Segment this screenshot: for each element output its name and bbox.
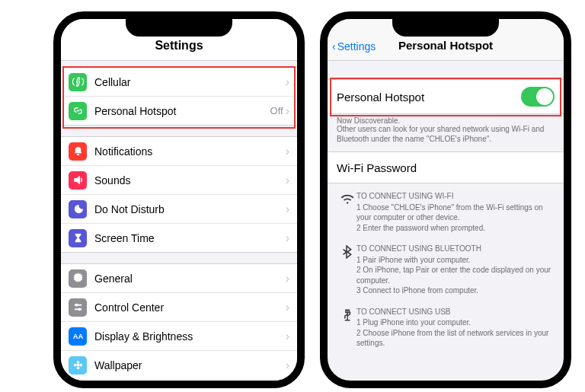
sliders-icon [69, 298, 87, 317]
connect-wifi-section: TO CONNECT USING WI-FI1 Choose "CHLOE's … [328, 183, 564, 236]
notch [126, 17, 232, 37]
instruction-step: 2 On iPhone, tap Pair or enter the code … [356, 265, 555, 285]
gear-icon [69, 269, 87, 288]
now-discoverable-label: Now Discoverable. [328, 114, 564, 125]
aa-icon: AA [69, 327, 87, 346]
settings-row-personal-hotspot[interactable]: Personal HotspotOff› [61, 97, 297, 125]
instruction-heading: TO CONNECT USING USB [356, 307, 555, 317]
chevron-right-icon: › [286, 272, 289, 285]
back-label: Settings [337, 40, 376, 53]
settings-row-sounds[interactable]: Sounds› [61, 166, 297, 195]
bell-icon [69, 142, 87, 161]
row-label: Display & Brightness [94, 330, 286, 343]
hotspot-toggle-row[interactable]: Personal Hotspot [328, 79, 564, 114]
row-value: Off [270, 105, 283, 116]
settings-row-screen-time[interactable]: Screen Time› [61, 224, 297, 252]
settings-row-siri-search[interactable]: Siri & Search› [61, 380, 297, 381]
row-label: Screen Time [94, 232, 286, 244]
settings-row-display-brightness[interactable]: AADisplay & Brightness› [61, 322, 297, 351]
svg-point-7 [76, 366, 79, 369]
instruction-step: 1 Plug iPhone into your computer. [356, 317, 555, 328]
chevron-right-icon: › [286, 301, 289, 314]
instruction-step: 1 Pair iPhone with your computer. [356, 255, 555, 266]
connect-usb-section: TO CONNECT USING USB1 Plug iPhone into y… [328, 299, 564, 352]
settings-row-cellular[interactable]: Cellular› [61, 68, 297, 97]
wifi-password-row[interactable]: Wi-Fi Password [328, 151, 564, 183]
page-title: Personal Hotspot [398, 39, 493, 52]
instruction-heading: TO CONNECT USING BLUETOOTH [356, 244, 555, 254]
hourglass-icon [69, 229, 87, 247]
back-button[interactable]: ‹ Settings [332, 40, 376, 53]
notch [392, 17, 499, 37]
hotspot-toggle-switch[interactable] [521, 87, 555, 107]
row-label: Wallpaper [94, 359, 286, 371]
row-label: Notifications [94, 145, 286, 158]
chevron-right-icon: › [286, 145, 289, 158]
svg-point-6 [76, 361, 79, 364]
link-icon [69, 102, 87, 120]
row-label: Do Not Disturb [94, 203, 286, 215]
row-label: Control Center [94, 301, 286, 314]
moon-icon [69, 200, 87, 218]
instruction-step: 3 Connect to iPhone from computer. [356, 285, 555, 296]
bt-icon [337, 244, 356, 296]
usb-icon [337, 307, 356, 349]
settings-group: Cellular›Personal HotspotOff› [61, 67, 297, 126]
svg-point-8 [73, 364, 76, 367]
row-label: Cellular [94, 76, 286, 88]
chevron-right-icon: › [286, 232, 289, 244]
antenna-icon [69, 73, 87, 91]
chevron-right-icon: › [286, 174, 289, 186]
row-label: Sounds [94, 174, 286, 186]
chevron-right-icon: › [286, 203, 289, 215]
wifi-icon [337, 191, 356, 233]
chevron-right-icon: › [286, 105, 289, 117]
svg-point-9 [79, 364, 82, 367]
settings-group: Notifications›Sounds›Do Not Disturb›Scre… [61, 136, 297, 253]
instruction-step: 2 Enter the password when prompted. [356, 223, 555, 234]
settings-row-notifications[interactable]: Notifications› [61, 137, 297, 166]
chevron-left-icon: ‹ [332, 40, 336, 53]
settings-group: General›Control Center›AADisplay & Brigh… [61, 263, 297, 381]
settings-row-do-not-disturb[interactable]: Do Not Disturb› [61, 195, 297, 224]
svg-point-5 [76, 364, 79, 367]
phone-settings: Settings Cellular›Personal HotspotOff›No… [53, 11, 305, 388]
speaker-icon [69, 171, 87, 190]
phone-personal-hotspot: ‹ Settings Personal Hotspot Personal Hot… [320, 11, 571, 388]
settings-row-wallpaper[interactable]: Wallpaper› [61, 351, 297, 380]
svg-text:AA: AA [72, 333, 83, 340]
chevron-right-icon: › [286, 330, 289, 343]
svg-point-3 [78, 308, 81, 311]
settings-row-general[interactable]: General› [61, 264, 297, 293]
connect-bt-section: TO CONNECT USING BLUETOOTH1 Pair iPhone … [328, 236, 564, 299]
wifi-password-label: Wi-Fi Password [337, 161, 417, 174]
instruction-heading: TO CONNECT USING WI-FI [356, 191, 555, 202]
hotspot-toggle-label: Personal Hotspot [337, 91, 424, 104]
row-label: Personal Hotspot [94, 105, 270, 117]
chevron-right-icon: › [286, 76, 289, 88]
instruction-step: 1 Choose "CHLOE's iPhone" from the Wi-Fi… [356, 202, 555, 223]
settings-row-control-center[interactable]: Control Center› [61, 293, 297, 322]
chevron-right-icon: › [286, 359, 289, 371]
flower-icon [69, 356, 87, 374]
row-label: General [94, 272, 286, 285]
instruction-step: 2 Choose iPhone from the list of network… [356, 328, 555, 349]
svg-point-2 [75, 304, 78, 307]
discoverable-description: Other users can look for your shared net… [328, 125, 564, 148]
